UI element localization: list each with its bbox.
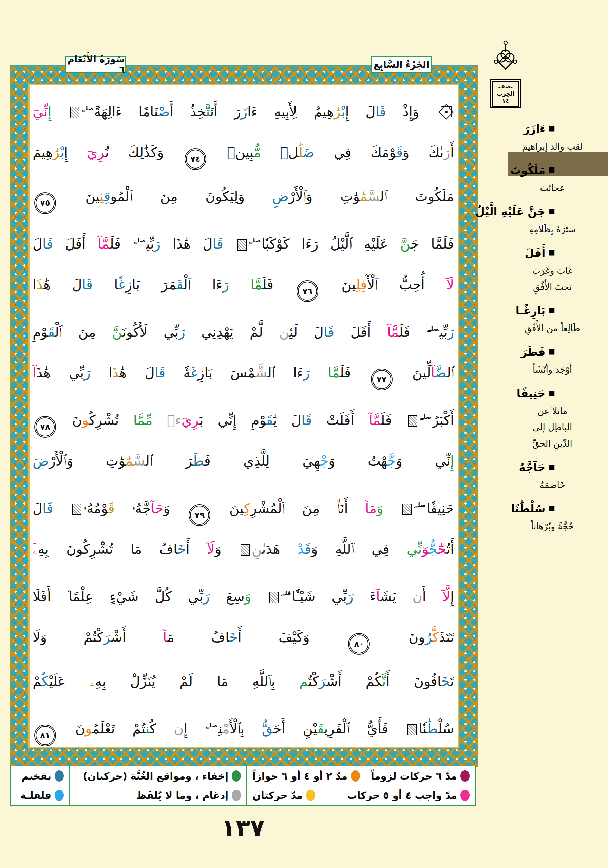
- tajweed-segment: بِّي هَٰذَ: [36, 365, 84, 380]
- tajweed-segment: وَكَيْفَ أَ: [238, 629, 347, 645]
- tajweed-segment: بْ: [341, 104, 345, 119]
- tajweed-segment: رَ: [444, 144, 450, 160]
- quran-line: مَلَكُوتَ ٱلسَّمَٰوَٰتِ وَٱلْأَرْضِ وَلِ…: [33, 174, 454, 219]
- legend-item: مدّ واجب ٤ أو ٥ حركات: [347, 790, 470, 801]
- tajweed-segment: ينَ: [58, 189, 100, 204]
- quran-line: إِنِّي وَجَّهْتُ وَجْهِيَ لِلَّذِي فَطَر…: [33, 439, 454, 483]
- tajweed-segment: نِ: [100, 189, 104, 204]
- tajweed-segment: رَ: [347, 589, 353, 604]
- waqf-sign: صلے: [133, 237, 145, 244]
- margin-note: ■جَنَّ عَلَيْهِ الَّيْلُسَتَرَهُ بِظَلام…: [482, 202, 603, 237]
- tajweed-segment: ىٰكَ وَ: [403, 144, 443, 160]
- note-bullet-icon: ■: [549, 306, 555, 314]
- tajweed-segment: سُلْ: [438, 721, 454, 736]
- tajweed-segment: تُشْرِكُ: [89, 412, 133, 428]
- tajweed-segment: رَ: [319, 673, 327, 689]
- verse-number-medallion: ٧٦: [298, 282, 317, 301]
- colorblind-code-box-icon: [408, 415, 417, 427]
- legend-item: إخفاء ، ومواقع الغُنَّة (حركتان): [83, 770, 241, 782]
- colorblind-code-box-icon: [72, 504, 81, 515]
- note-bullet-icon: ■: [549, 462, 555, 471]
- legend-row: قلقلـة: [12, 790, 69, 801]
- waqf-sign: صلے: [414, 501, 426, 508]
- tajweed-segment: بِّي شَيْـٔٗا: [292, 589, 347, 604]
- quran-line: أَتُحَٰٓجُّوٓنِّي فِي ٱللَّهِ وَقَدْ هَد…: [33, 527, 454, 571]
- tajweed-segment: دْ: [297, 541, 305, 557]
- tajweed-segment: قَ: [317, 721, 324, 736]
- tajweed-segment: مَّآ: [98, 236, 110, 251]
- tajweed-segment: نَ: [58, 721, 85, 736]
- tajweed-segment: هْتُ وَ: [328, 453, 387, 468]
- margin-note: ■أَفَلَغَابَ وغَرَبَتحتَ الأُفُقِ: [482, 243, 603, 295]
- tajweed-segment: غَ: [191, 365, 198, 380]
- note-bullet-icon: ■: [549, 347, 555, 355]
- tajweed-segment: مَّآ: [387, 324, 399, 340]
- note-term: ■حَآجَّهُ: [482, 457, 603, 477]
- colorblind-code-box-icon: [237, 239, 247, 251]
- tajweed-segment: و: [82, 412, 89, 428]
- legend-label: مدّ حركتان: [252, 790, 303, 801]
- tajweed-segment: كُ: [149, 721, 174, 736]
- quran-line: أَرَىٰكَ وَقَوْمَكَ فِي ضَلَٰلٖ مُّبِينٖ…: [33, 130, 454, 174]
- verse-number-medallion: ٧٩: [190, 505, 209, 524]
- tajweed-segment: وْمَكَ فِي: [314, 144, 396, 160]
- tajweed-segment: وَ: [163, 501, 187, 516]
- page-number: ١٣٧: [10, 814, 476, 842]
- note-definition: غَابَ وغَرَبَ: [482, 262, 603, 279]
- colorblind-code-box-icon: [70, 107, 79, 118]
- legend-item: مدّ ٢ أو ٤ أو ٦ جوازاً: [252, 770, 360, 782]
- quran-line: ٱلضَّآلِّينَ ٧٧ فَلَمَّا رَءَا ٱلشَّمْسَ…: [33, 350, 454, 395]
- tajweed-segment: فِي ٱللَّهِ وَ: [311, 541, 407, 557]
- tajweed-segment: بِّي: [439, 324, 447, 340]
- quran-line: تَخَافُونَ أَنَّكُمْ أَشْرَكْتُم بِٱللَّ…: [33, 659, 454, 703]
- legend-column: مدّ ٦ حركات لزوماًمدّ ٢ أو ٤ أو ٦ جوازاً…: [247, 766, 475, 805]
- hizb-line2: الحِزب: [493, 90, 518, 97]
- quran-line: حَنِيفٗاصلے وَمَآ أَنَا۠ مِنَ ٱلْمُشْرِك…: [33, 483, 454, 527]
- tajweed-segment: شَّ: [255, 365, 268, 380]
- tajweed-segment: قَ: [396, 144, 403, 160]
- tajweed-segment: لٖ: [261, 144, 299, 160]
- tajweed-segment: كَّ: [432, 629, 439, 645]
- tajweed-segment: حَٰٓ: [438, 541, 446, 557]
- tajweed-segment: قَا: [376, 104, 386, 119]
- note-definition: طَالِعاً من الأُفُقِ: [482, 320, 603, 336]
- tajweed-segment: لَ: [33, 501, 42, 516]
- tajweed-segment: هِيمَ: [33, 144, 53, 160]
- tajweed-segment: مُّ: [254, 144, 261, 160]
- tajweed-segment: رَ: [179, 324, 185, 340]
- tajweed-segment: إِ: [450, 453, 454, 468]
- tajweed-segment: يَشَ: [380, 589, 412, 604]
- tajweed-segment: إِ: [183, 721, 205, 736]
- tajweed-segment: نَ: [58, 412, 82, 428]
- tajweed-segment: آ: [431, 365, 435, 380]
- tajweed-segment: أَكْبَرُ: [432, 412, 454, 428]
- tajweed-segment: ضَّ: [435, 365, 447, 380]
- legend-item: مدّ حركتان: [252, 790, 315, 801]
- tajweed-segment: أَفَلَتْ: [312, 412, 369, 428]
- tajweed-segment: أَنَا۠ مِنَ ٱلْمُشْرِ: [250, 501, 365, 516]
- legend-item: مدّ ٦ حركات لزوماً: [371, 770, 470, 782]
- tajweed-segment: غٗ: [118, 277, 126, 292]
- tajweed-segment: فَلَ: [381, 412, 406, 428]
- tajweed-segment: رَ: [222, 277, 229, 292]
- tajweed-segment: بِينٖ: [208, 144, 254, 160]
- tajweed-segment: نَّ: [382, 673, 386, 689]
- tajweed-segment: جَّ: [143, 501, 151, 516]
- note-term: ■حَنِيفًا: [482, 383, 603, 403]
- tajweed-segment: نِّيٓ: [33, 104, 48, 119]
- tajweed-segment: مْ: [33, 673, 42, 689]
- verse-number-medallion: ٧٧: [372, 370, 391, 389]
- tajweed-segment: بِّي: [146, 236, 154, 251]
- tajweed-segment: جُّ: [429, 541, 438, 557]
- legend-label: مدّ ٢ أو ٤ أو ٦ جوازاً: [252, 770, 347, 782]
- waqf-sign: صلے: [205, 722, 218, 728]
- tajweed-segment: وَٰتِ وَٱلْأَرْ: [49, 453, 126, 468]
- tajweed-segment: فَلَ: [262, 277, 295, 292]
- note-term-text: حَآجَّهُ: [519, 461, 546, 474]
- quran-text-block: وَإِذْ قَالَ إِبْرَٰهِيمُ لِأَبِيهِ ءَاز…: [33, 86, 454, 747]
- tajweed-segment: كُمْ أَشْ: [327, 673, 382, 689]
- tajweed-segment: [153, 412, 167, 428]
- tajweed-segment: لَآ: [446, 277, 454, 292]
- colorblind-code-box-icon: [402, 504, 412, 515]
- hizb-line1: نصف: [493, 83, 518, 90]
